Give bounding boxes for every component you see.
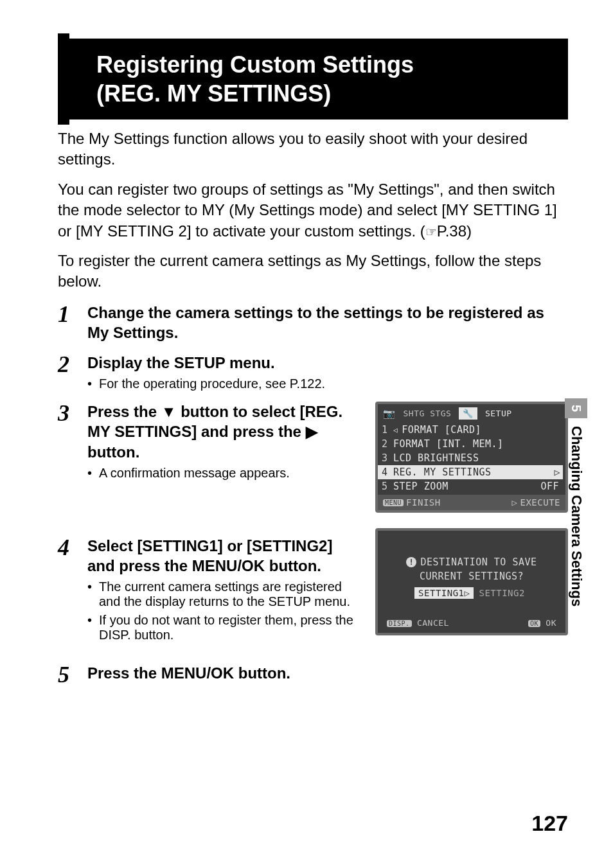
step3-text-a: Press the xyxy=(87,403,161,420)
menu-list: 1 ◁ FORMAT [CARD] 2 FORMAT [INT. MEM.] 3… xyxy=(378,421,565,495)
footer-ok: OK xyxy=(546,618,556,628)
intro-paragraph-1b: You can register two groups of settings … xyxy=(58,179,568,242)
menu-row-format-card: 1 ◁ FORMAT [CARD] xyxy=(382,423,559,437)
step-3: 3 Press the ▼ button to select [REG. MY … xyxy=(58,402,360,481)
step-1: 1 Change the camera settings to the sett… xyxy=(58,303,568,342)
alert-icon: ! xyxy=(406,557,416,567)
step-subtext: If you do not want to register them, pre… xyxy=(87,613,360,642)
step-title: Select [SETTING1] or [SETTING2] and pres… xyxy=(87,536,360,576)
step3-text-c: button. xyxy=(87,443,139,461)
dialog-msg-2: CURRENT SETTINGS? xyxy=(420,571,524,582)
intro-1b-text: You can register two groups of settings … xyxy=(58,181,557,240)
intro-page-ref: P.38) xyxy=(437,222,472,240)
row-label: LCD BRIGHTNESS xyxy=(393,452,479,464)
row-num: 4 xyxy=(382,466,389,478)
tab-shtg-stgs: SHTG STGS xyxy=(400,407,456,420)
chapter-number: 5 xyxy=(565,398,587,418)
camera-confirm-dialog-screenshot: ! DESTINATION TO SAVE CURRENT SETTINGS? … xyxy=(375,528,568,635)
step-5: 5 Press the MENU/OK button. xyxy=(58,663,360,686)
step-number: 3 xyxy=(58,402,77,481)
menu-row-format-int: 2 FORMAT [INT. MEM.] xyxy=(382,437,559,451)
step-number: 1 xyxy=(58,303,77,342)
menu-row-step-zoom: 5 STEP ZOOM OFF xyxy=(382,479,559,493)
right-arrow-icon: ▷ xyxy=(512,497,518,508)
tab-setup-icon: 🔧 xyxy=(459,407,477,420)
step-title: Press the MENU/OK button. xyxy=(87,663,360,683)
row-label: FORMAT [INT. MEM.] xyxy=(393,438,504,450)
right-triangle-icon: ▶ xyxy=(306,421,317,441)
menu-footer: MENUFINISH ▷ EXECUTE xyxy=(378,495,565,510)
step-subtext: A confirmation message appears. xyxy=(87,466,360,481)
title-line-2: (REG. MY SETTINGS) xyxy=(96,79,553,108)
camera-setup-menu-screenshot: 📷 SHTG STGS 🔧 SETUP 1 ◁ FORMAT [CARD] 2 xyxy=(375,402,568,513)
menu-row-reg-my-settings: 4 REG. MY SETTINGS ▷ xyxy=(378,465,563,479)
row-label: STEP ZOOM xyxy=(393,481,449,492)
page-title: Registering Custom Settings (REG. MY SET… xyxy=(58,39,568,120)
intro-paragraph-2: To register the current camera settings … xyxy=(58,251,568,292)
step-number: 4 xyxy=(58,536,77,642)
step-4: 4 Select [SETTING1] or [SETTING2] and pr… xyxy=(58,536,360,642)
menu-badge-icon: MENU xyxy=(383,499,404,506)
footer-finish: FINISH xyxy=(406,497,441,508)
tab-setup: SETUP xyxy=(481,407,516,420)
step-subtext: For the operating procedure, see P.122. xyxy=(87,376,568,391)
step-number: 2 xyxy=(58,353,77,391)
intro-paragraph-1a: The My Settings function allows you to e… xyxy=(58,128,568,170)
row-num: 3 xyxy=(382,452,389,464)
menu-tabs: 📷 SHTG STGS 🔧 SETUP xyxy=(378,404,565,421)
row-num: 2 xyxy=(382,438,389,450)
page-number: 127 xyxy=(531,811,568,836)
row-label: FORMAT [CARD] xyxy=(402,424,481,436)
disp-badge-icon: DISP. xyxy=(387,620,412,627)
step-title: Change the camera settings to the settin… xyxy=(87,303,568,342)
chapter-label: Changing Camera Settings xyxy=(568,426,585,607)
camera-icon: 📷 xyxy=(383,408,396,420)
row-value: OFF xyxy=(540,481,559,492)
step-number: 5 xyxy=(58,663,77,686)
side-tab: 5 Changing Camera Settings xyxy=(565,398,587,607)
row-num: 5 xyxy=(382,481,389,492)
dialog-msg-1: DESTINATION TO SAVE xyxy=(420,556,537,568)
dialog-option-setting2: SETTING2 xyxy=(475,587,528,599)
step-2: 2 Display the SETUP menu. For the operat… xyxy=(58,353,568,391)
dialog-option-setting1: SETTING1▷ xyxy=(414,587,474,599)
down-triangle-icon: ▼ xyxy=(161,402,177,421)
step-title: Display the SETUP menu. xyxy=(87,353,568,373)
reference-icon: ☞ xyxy=(425,225,437,239)
right-arrow-icon: ▷ xyxy=(554,466,560,478)
cursor-left-icon: ◁ xyxy=(393,426,398,434)
row-label: REG. MY SETTINGS xyxy=(393,466,492,478)
cursor-right-icon: ▷ xyxy=(465,588,470,598)
footer-cancel: CANCEL xyxy=(417,618,449,628)
step-subtext: The current camera settings are register… xyxy=(87,580,360,609)
menu-row-lcd-brightness: 3 LCD BRIGHTNESS xyxy=(382,451,559,465)
footer-execute: EXECUTE xyxy=(520,497,560,508)
title-line-1: Registering Custom Settings xyxy=(96,50,553,79)
row-num: 1 xyxy=(382,424,389,436)
ok-badge-icon: OK xyxy=(528,620,540,627)
step-title: Press the ▼ button to select [REG. MY SE… xyxy=(87,402,360,462)
